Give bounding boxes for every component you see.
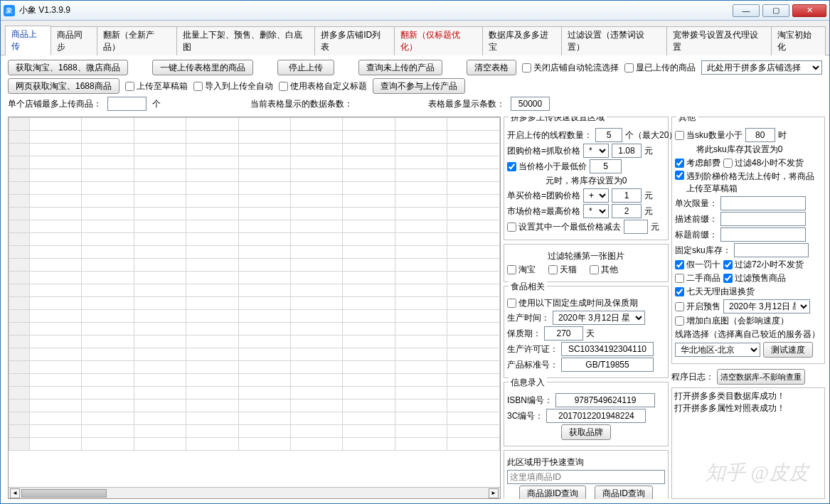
minimize-button[interactable]: —	[733, 4, 760, 17]
table-row[interactable]	[9, 361, 500, 374]
table-row[interactable]	[9, 297, 500, 310]
scroll-track[interactable]	[21, 489, 487, 498]
one-click-upload-button[interactable]: 一键上传表格里的商品	[152, 60, 253, 75]
fetch-web-button[interactable]: 网页获取淘宝、1688商品	[8, 78, 119, 94]
get-brand-button[interactable]: 获取品牌	[561, 424, 611, 440]
table-row[interactable]	[9, 438, 500, 451]
upload-to-draft-checkbox[interactable]: 上传至草稿箱	[125, 80, 188, 92]
whitebg-checkbox[interactable]: 增加白底图（会影响速度）	[675, 315, 789, 327]
show-uploaded-checkbox[interactable]: 显已上传的商品	[624, 62, 696, 74]
sku-threshold-checkbox[interactable]: 当sku数量小于	[675, 129, 743, 141]
table-row[interactable]	[9, 118, 500, 131]
license-input[interactable]	[561, 342, 654, 356]
max-rows-input[interactable]	[511, 97, 550, 111]
maximize-button[interactable]: ▢	[762, 4, 789, 17]
sku-threshold-input[interactable]	[745, 128, 775, 142]
clear-table-button[interactable]: 清空表格	[467, 60, 516, 75]
data-grid[interactable]	[9, 117, 500, 487]
tab-refresh-new[interactable]: 翻新（全新产品）	[97, 26, 177, 55]
query-not-uploaded-button[interactable]: 查询未上传的产品	[358, 60, 442, 75]
close-button[interactable]: ✕	[792, 4, 826, 17]
table-row[interactable]	[9, 246, 500, 259]
query-source-id-button[interactable]: 商品源ID查询	[519, 486, 586, 499]
single-val-input[interactable]	[612, 188, 642, 203]
table-row[interactable]	[9, 412, 500, 425]
food-fixed-checkbox[interactable]: 使用以下固定生成时间及保质期	[507, 297, 638, 309]
query-skip-button[interactable]: 查询不参与上传产品	[373, 78, 465, 94]
presale-date-picker[interactable]: 2020年 3月12日 星	[723, 299, 810, 313]
route-select[interactable]: 华北地区-北京	[675, 343, 760, 357]
market-op-select[interactable]: *	[583, 204, 609, 218]
thread-input[interactable]	[595, 128, 622, 142]
stop-upload-button[interactable]: 停止上传	[277, 60, 334, 75]
market-val-input[interactable]	[612, 204, 642, 218]
custom-title-checkbox[interactable]: 使用表格自定义标题	[279, 80, 367, 92]
table-row[interactable]	[9, 272, 500, 284]
tab-sync[interactable]: 商品同步	[50, 26, 97, 55]
shop-select[interactable]: 此处用于拼多多店铺选择	[701, 60, 822, 75]
ladder-checkbox[interactable]: 遇到阶梯价格无法上传时，将商品上传至草稿箱	[675, 171, 821, 195]
carousel-taobao-checkbox[interactable]: 淘宝	[507, 264, 536, 276]
table-row[interactable]	[9, 336, 500, 348]
clear-db-button[interactable]: 清空数据库-不影响查重	[717, 369, 805, 385]
log-textarea[interactable]: 打开拼多多类目数据库成功！打开拼多多属性对照表成功！	[671, 387, 825, 499]
carousel-tmall-checkbox[interactable]: 天猫	[548, 264, 577, 276]
desc-prefix-input[interactable]	[720, 212, 806, 226]
table-row[interactable]	[9, 323, 500, 336]
tab-dial[interactable]: 宽带拨号设置及代理设置	[666, 26, 772, 55]
group-op-select[interactable]: *	[583, 144, 609, 158]
fixed-stock-input[interactable]	[734, 243, 809, 257]
carousel-other-checkbox[interactable]: 其他	[590, 264, 618, 276]
scroll-right-arrow-icon[interactable]: ►	[489, 488, 499, 498]
table-row[interactable]	[9, 195, 500, 208]
seven-days-checkbox[interactable]: 七天无理由退换货	[675, 286, 755, 298]
second-hand-checkbox[interactable]: 二手商品	[675, 272, 720, 284]
query-id-button[interactable]: 商品ID查询	[595, 486, 653, 499]
grid-horiz-scrollbar[interactable]: ◄ ►	[9, 487, 500, 498]
title-prefix-input[interactable]	[720, 227, 806, 242]
table-row[interactable]	[9, 387, 500, 400]
table-row[interactable]	[9, 310, 500, 323]
filter-presale-checkbox[interactable]: 过滤预售商品	[723, 272, 786, 284]
fake-penalty-checkbox[interactable]: 假一罚十	[675, 259, 720, 271]
table-row[interactable]	[9, 425, 500, 438]
tab-tb-init[interactable]: 淘宝初始化	[771, 26, 826, 55]
table-row[interactable]	[9, 259, 500, 272]
table-row[interactable]	[9, 144, 500, 156]
group-val-input[interactable]	[612, 144, 642, 158]
presale-checkbox[interactable]: 开启预售	[675, 301, 720, 313]
single-limit-input[interactable]	[720, 196, 806, 210]
tab-filter[interactable]: 过滤设置（违禁词设置）	[561, 26, 666, 55]
table-row[interactable]	[9, 348, 500, 361]
scroll-left-arrow-icon[interactable]: ◄	[10, 488, 20, 498]
table-row[interactable]	[9, 220, 500, 233]
postage-checkbox[interactable]: 考虑邮费	[675, 157, 720, 169]
when-low-checkbox[interactable]: 当价格小于最低价	[507, 161, 587, 173]
prod-date-picker[interactable]: 2020年 3月12日 星	[553, 311, 645, 325]
filter-72h-checkbox[interactable]: 过滤72小时不发货	[723, 259, 804, 271]
minus-input[interactable]	[624, 220, 648, 234]
table-row[interactable]	[9, 182, 500, 195]
table-row[interactable]	[9, 284, 500, 297]
single-op-select[interactable]: +	[583, 188, 609, 203]
filter-48h-checkbox[interactable]: 过滤48小时不发货	[723, 157, 804, 169]
when-low-input[interactable]	[590, 159, 622, 173]
tab-upload[interactable]: 商品上传	[5, 26, 51, 55]
test-speed-button[interactable]: 测试速度	[763, 342, 813, 358]
shop-max-input[interactable]	[107, 97, 147, 111]
tab-db[interactable]: 数据库及多多进宝	[482, 26, 563, 55]
minus-checkbox[interactable]: 设置其中一个最低价格减去	[507, 221, 621, 233]
quick-id-input[interactable]	[507, 470, 665, 484]
isbn-input[interactable]	[555, 393, 655, 407]
table-row[interactable]	[9, 208, 500, 220]
scroll-thumb[interactable]	[21, 489, 107, 498]
ccc-input[interactable]	[546, 409, 646, 423]
tab-pdd-ids[interactable]: 拼多多店铺ID列表	[314, 26, 395, 55]
table-row[interactable]	[9, 169, 500, 182]
tab-batch[interactable]: 批量上下架、预售、删除、白底图	[176, 26, 316, 55]
import-auto-checkbox[interactable]: 导入到上传全自动	[193, 80, 273, 92]
table-row[interactable]	[9, 400, 500, 412]
shelf-input[interactable]	[544, 326, 583, 341]
table-row[interactable]	[9, 156, 500, 169]
std-input[interactable]	[561, 358, 654, 372]
